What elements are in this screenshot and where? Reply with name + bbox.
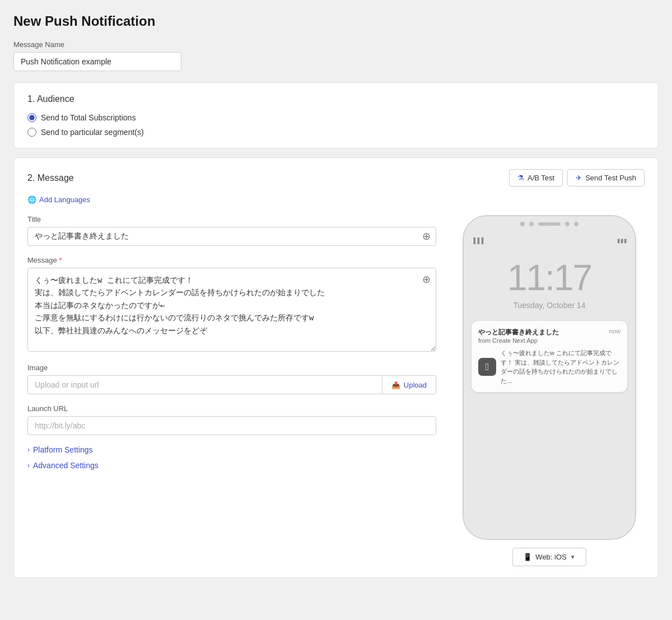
audience-segment-radio[interactable] <box>27 128 36 137</box>
globe-icon: 🌐 <box>27 195 36 204</box>
audience-segment-label: Send to particular segment(s) <box>41 128 144 137</box>
message-name-label: Message Name <box>13 40 659 49</box>
message-textarea-wrapper: くぅ〜疲れましたw これにて記事完成です！ 実は、雑談してたらアドベントカレンダ… <box>27 268 436 353</box>
flask-icon: ⚗ <box>517 174 524 182</box>
phone-screen: ▐▐▐ ▮▮▮ 11:17 Tuesday, October 14 やっと記事書… <box>464 232 635 539</box>
phone-mockup: ▐▐▐ ▮▮▮ 11:17 Tuesday, October 14 やっと記事書… <box>463 215 636 540</box>
audience-segment-option[interactable]: Send to particular segment(s) <box>27 128 645 137</box>
notch-dot-2 <box>529 222 534 226</box>
notif-header: やっと記事書き終えました from Create Next App now <box>478 328 620 344</box>
audience-total-option[interactable]: Send to Total Subscriptions <box>27 113 645 122</box>
add-languages-link[interactable]: 🌐 Add Languages <box>27 195 645 204</box>
launch-url-field-group: Launch URL <box>27 404 436 435</box>
title-add-icon[interactable]: ⊕ <box>422 230 431 243</box>
notif-title: やっと記事書き終えました <box>478 328 609 337</box>
advanced-settings-link[interactable]: › Advanced Settings <box>27 461 436 470</box>
message-field-label: Message * <box>27 256 436 264</box>
message-name-input[interactable] <box>13 52 181 71</box>
add-languages-label: Add Languages <box>39 195 90 204</box>
image-input-row: 📤 Upload <box>27 375 436 394</box>
phone-preview-column: ▐▐▐ ▮▮▮ 11:17 Tuesday, October 14 やっと記事書… <box>454 215 645 566</box>
title-field-group: Title ⊕ <box>27 215 436 246</box>
notification-preview-card: やっと記事書き終えました from Create Next App now  … <box>472 321 627 392</box>
send-test-label: Send Test Push <box>585 174 636 182</box>
phone-date: Tuesday, October 14 <box>472 301 627 310</box>
message-textarea[interactable]: くぅ〜疲れましたw これにて記事完成です！ 実は、雑談してたらアドベントカレンダ… <box>27 268 436 352</box>
ab-test-label: A/B Test <box>528 174 554 182</box>
notch-pill <box>538 222 561 226</box>
image-url-input[interactable] <box>27 375 382 394</box>
image-field-group: Image 📤 Upload <box>27 363 436 394</box>
message-action-buttons: ⚗ A/B Test ✈ Send Test Push <box>509 169 645 187</box>
title-input[interactable] <box>27 227 436 246</box>
upload-icon: 📤 <box>391 381 400 389</box>
launch-url-label: Launch URL <box>27 404 436 413</box>
send-test-push-button[interactable]: ✈ Send Test Push <box>567 169 645 187</box>
audience-radio-group: Send to Total Subscriptions Send to part… <box>27 113 645 137</box>
notif-app-row:  くぅ〜疲れましたw これにて記事完成です！ 実は、雑談してたらアドベントカレ… <box>478 348 620 385</box>
phone-clock: 11:17 <box>472 257 627 299</box>
battery-icon: ▮▮▮ <box>617 237 627 244</box>
platform-label: Web: iOS <box>535 553 566 561</box>
message-section-title: 2. Message <box>27 173 74 183</box>
phone-notch-bar <box>464 216 635 232</box>
audience-total-radio[interactable] <box>27 113 36 122</box>
audience-section: 1. Audience Send to Total Subscriptions … <box>13 82 659 148</box>
launch-url-input[interactable] <box>27 416 436 435</box>
app-icon:  <box>478 358 496 376</box>
notch-dot-4 <box>574 222 578 226</box>
message-add-icon[interactable]: ⊕ <box>422 273 431 286</box>
audience-total-label: Send to Total Subscriptions <box>41 113 136 122</box>
notif-body: くぅ〜疲れましたw これにて記事完成です！ 実は、雑談してたらアドベントカレンダ… <box>501 348 620 385</box>
title-input-wrapper: ⊕ <box>27 227 436 246</box>
notch-dot-3 <box>565 222 570 226</box>
ab-test-button[interactable]: ⚗ A/B Test <box>509 169 563 187</box>
audience-section-title: 1. Audience <box>27 94 645 104</box>
image-field-label: Image <box>27 363 436 372</box>
platform-settings-link[interactable]: › Platform Settings <box>27 445 436 454</box>
advanced-settings-label: Advanced Settings <box>33 461 99 470</box>
platform-select-button[interactable]: 📱 Web: iOS ▼ <box>512 548 586 566</box>
notch-dot-1 <box>520 222 525 226</box>
chevron-right-icon-2: › <box>27 461 30 469</box>
notif-time: now <box>609 328 620 334</box>
message-field-group: Message * くぅ〜疲れましたw これにて記事完成です！ 実は、雑談してた… <box>27 256 436 353</box>
send-icon: ✈ <box>576 174 582 182</box>
upload-label: Upload <box>404 381 427 389</box>
message-section: 2. Message ⚗ A/B Test ✈ Send Test Push 🌐… <box>13 157 659 578</box>
mobile-icon: 📱 <box>523 553 532 561</box>
page-title: New Push Notification <box>13 13 659 29</box>
chevron-down-icon: ▼ <box>570 554 576 560</box>
chevron-right-icon: › <box>27 446 30 454</box>
signal-icon: ▐▐▐ <box>472 237 483 244</box>
notif-source: from Create Next App <box>478 337 609 344</box>
required-star: * <box>59 256 62 264</box>
message-form-column: Title ⊕ Message * くぅ〜疲れましたw これにて記事完成です！ … <box>27 215 436 566</box>
apple-logo-icon:  <box>486 361 489 373</box>
upload-button[interactable]: 📤 Upload <box>382 375 436 394</box>
platform-settings-label: Platform Settings <box>33 445 93 454</box>
phone-status-bar: ▐▐▐ ▮▮▮ <box>472 237 627 244</box>
title-field-label: Title <box>27 215 436 223</box>
